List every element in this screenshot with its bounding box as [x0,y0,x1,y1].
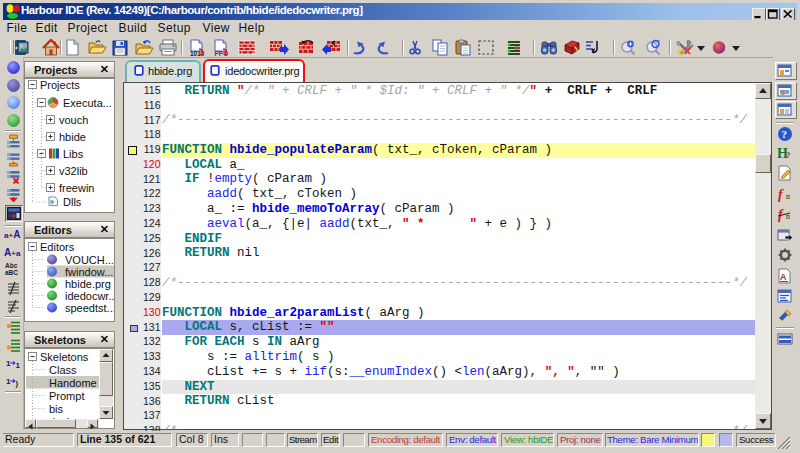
svg-text:Dlls: Dlls [63,196,82,208]
svg-text:hbide: hbide [59,131,86,143]
svg-text:Prompt: Prompt [49,390,84,402]
svg-text:hbide.prg: hbide.prg [65,278,111,290]
svg-text:freewin: freewin [59,182,94,194]
svg-text:Editors: Editors [40,241,75,253]
svg-text:?: ? [786,150,791,160]
svg-text:?: ? [782,128,788,140]
svg-text:Class: Class [49,364,77,376]
svg-text:VOUCH....: VOUCH.... [65,254,114,266]
svg-text:vouch: vouch [59,114,88,126]
svg-text:2: 2 [781,89,785,96]
svg-text:A: A [780,272,787,282]
svg-text:fwindow...: fwindow... [65,266,113,278]
svg-text:Projects: Projects [40,79,80,91]
svg-text:Libs: Libs [63,148,84,160]
svg-text:f: f [778,187,784,202]
svg-text:Handome: Handome [49,377,97,389]
svg-text:Skeletons: Skeletons [40,351,89,363]
svg-text:1: 1 [15,361,20,370]
svg-text:bis: bis [49,403,64,415]
svg-text:Executa...: Executa... [63,97,112,109]
svg-text:speedtst...: speedtst... [65,302,114,314]
svg-text:n: n [786,192,790,201]
svg-text:): ) [15,379,18,388]
svg-text:v32lib: v32lib [59,165,88,177]
svg-text:idedocwr...: idedocwr... [65,290,114,302]
